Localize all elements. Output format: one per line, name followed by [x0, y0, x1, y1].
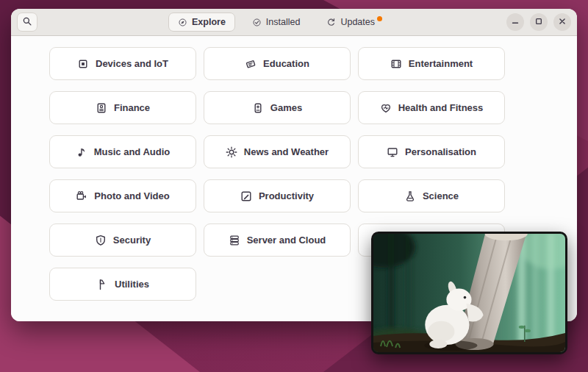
pencil-icon — [240, 190, 252, 202]
utility-icon — [96, 279, 108, 290]
tab-explore[interactable]: Explore — [168, 12, 235, 32]
category-label: Finance — [114, 102, 150, 113]
category-label: Personalisation — [405, 146, 476, 157]
category-finance[interactable]: Finance — [49, 91, 196, 124]
view-switcher: Explore Installed Updates — [168, 9, 384, 35]
tab-label: Installed — [266, 17, 301, 27]
category-science[interactable]: Science — [358, 179, 505, 212]
film-icon — [390, 58, 402, 70]
category-productivity[interactable]: Productivity — [204, 179, 351, 212]
category-news-and-weather[interactable]: News and Weather — [204, 135, 351, 168]
category-photo-and-video[interactable]: Photo and Video — [49, 179, 196, 212]
health-icon — [380, 102, 392, 114]
category-devices-and-iot[interactable]: Devices and IoT — [49, 47, 196, 80]
category-label: Games — [270, 102, 302, 113]
category-label: Productivity — [259, 190, 314, 201]
search-button[interactable] — [17, 12, 37, 32]
close-icon — [557, 16, 567, 29]
chip-icon — [77, 58, 89, 70]
search-icon — [22, 16, 32, 29]
close-button[interactable] — [553, 13, 571, 31]
category-server-and-cloud[interactable]: Server and Cloud — [204, 223, 351, 257]
category-label: Health and Fitness — [398, 102, 484, 113]
tab-installed[interactable]: Installed — [243, 12, 310, 32]
category-label: News and Weather — [244, 146, 329, 157]
shield-icon — [95, 235, 107, 246]
category-security[interactable]: Security — [49, 223, 196, 257]
installed-icon — [252, 18, 262, 27]
category-label: Science — [423, 190, 459, 201]
updates-badge-dot — [377, 16, 382, 21]
category-label: Security — [113, 235, 151, 246]
minimize-button[interactable] — [506, 13, 524, 31]
video-overlay-window[interactable] — [371, 232, 567, 354]
minimize-icon — [510, 16, 520, 29]
category-personalisation[interactable]: Personalisation — [358, 135, 505, 168]
tab-updates[interactable]: Updates — [317, 12, 384, 32]
games-icon — [252, 102, 264, 114]
education-icon — [245, 58, 257, 70]
explore-icon — [178, 18, 187, 27]
category-education[interactable]: Education — [204, 47, 351, 80]
maximize-icon — [534, 16, 544, 29]
sun-icon — [226, 146, 237, 158]
monitor-icon — [387, 146, 398, 158]
category-label: Entertainment — [409, 58, 473, 69]
category-label: Server and Cloud — [247, 235, 326, 246]
category-label: Music and Audio — [94, 146, 171, 157]
category-label: Devices and IoT — [96, 58, 168, 69]
category-health-and-fitness[interactable]: Health and Fitness — [358, 91, 505, 124]
category-music-and-audio[interactable]: Music and Audio — [49, 135, 196, 168]
flask-icon — [404, 190, 416, 202]
updates-icon — [326, 18, 336, 27]
tab-label: Explore — [192, 17, 226, 27]
music-icon — [76, 146, 87, 158]
category-games[interactable]: Games — [204, 91, 351, 124]
headerbar: Explore Installed Updates — [11, 9, 577, 36]
window-controls — [506, 13, 571, 31]
category-entertainment[interactable]: Entertainment — [358, 47, 505, 80]
finance-icon — [96, 102, 107, 114]
video-scene — [373, 234, 565, 352]
category-label: Utilities — [115, 279, 149, 290]
category-utilities[interactable]: Utilities — [49, 268, 196, 301]
tab-label: Updates — [340, 17, 375, 27]
maximize-button[interactable] — [530, 13, 548, 31]
category-label: Education — [263, 58, 309, 69]
category-label: Photo and Video — [94, 190, 169, 201]
server-icon — [229, 235, 240, 246]
camera-icon — [76, 190, 87, 202]
